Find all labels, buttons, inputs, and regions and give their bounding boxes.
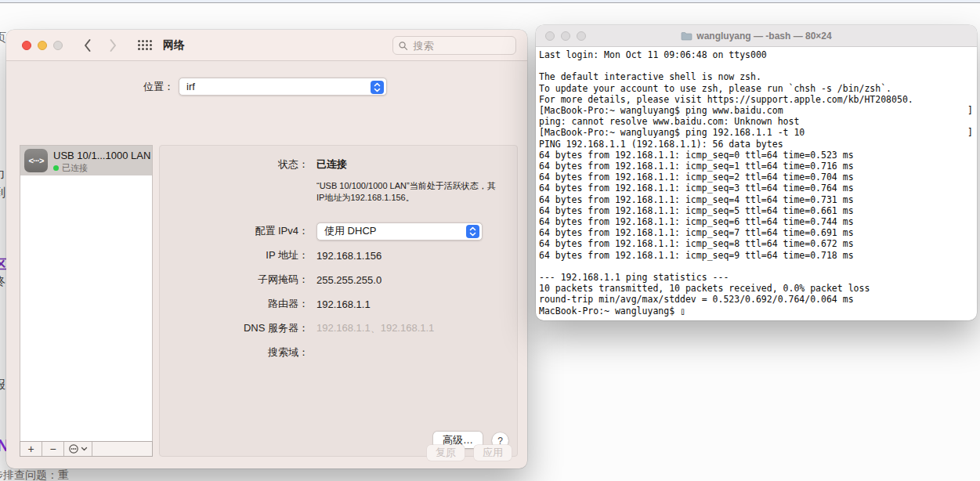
background-page-fragment: 到	[0, 186, 5, 198]
background-page-fragment: 终	[0, 275, 5, 287]
router-value: 192.168.1.1	[316, 298, 371, 310]
dns-server-label: DNS 服务器：	[160, 321, 309, 335]
chevron-left-icon	[83, 38, 92, 52]
location-select[interactable]: irf	[179, 78, 387, 96]
ip-address-value: 192.168.1.156	[316, 250, 382, 262]
status-value: 已连接	[316, 157, 347, 172]
terminal-output[interactable]: Last login: Mon Oct 11 09:06:48 on ttys0…	[536, 47, 977, 316]
location-select-value: irf	[186, 81, 195, 92]
traffic-lights	[545, 31, 586, 41]
network-preferences-window: 网络 位置： irf <···> USB 1	[6, 30, 527, 468]
show-all-grid-icon[interactable]	[138, 40, 152, 50]
close-button[interactable]	[22, 41, 31, 50]
revert-button[interactable]: 复原	[427, 445, 465, 461]
action-menu-icon	[68, 443, 89, 454]
chevron-right-icon	[109, 38, 118, 52]
network-body: 位置： irf <···> USB 10/1...1000 LAN 已连接	[6, 61, 527, 468]
dns-server-value: 192.168.1.1、192.168.1.1	[316, 321, 434, 335]
remove-service-button[interactable]: −	[42, 442, 64, 456]
background-page-fragment: 、	[0, 401, 5, 413]
search-domain-label: 搜索域：	[160, 345, 309, 360]
background-window-edge	[0, 0, 980, 3]
search-field[interactable]	[392, 36, 516, 55]
connected-dot-icon	[53, 165, 59, 171]
subnet-mask-value: 255.255.255.0	[316, 274, 382, 286]
desktop: 页力到区终报、N步排查问题：重 网络	[0, 0, 980, 481]
select-stepper-icon	[466, 225, 479, 238]
location-row: 位置： irf	[6, 78, 527, 96]
status-description: “USB 10/100/1000 LAN”当前处于活跃状态，其 IP地址为192…	[316, 180, 517, 204]
service-detail-panel: 状态： 已连接 “USB 10/100/1000 LAN”当前处于活跃状态，其 …	[159, 145, 518, 457]
apply-button[interactable]: 应用	[474, 445, 512, 461]
terminal-titlebar[interactable]: wangluyang — -bash — 80×24	[536, 25, 977, 47]
add-service-button[interactable]: +	[20, 442, 42, 456]
folder-proxy-icon	[681, 31, 693, 41]
usb-lan-icon: <···>	[24, 149, 48, 172]
traffic-lights	[22, 41, 63, 50]
background-page-fragment: 报	[0, 378, 5, 390]
service-name: USB 10/1...1000 LAN	[53, 150, 150, 161]
terminal-title: wangluyang — -bash — 80×24	[696, 31, 831, 42]
sidebar-toolbar: + −	[20, 441, 153, 457]
zoom-button[interactable]	[577, 31, 586, 41]
background-page-fragment: 力	[0, 168, 5, 179]
minimize-button[interactable]	[561, 31, 570, 41]
zoom-button	[53, 41, 63, 50]
background-page-fragment: 页	[0, 31, 6, 43]
minimize-button[interactable]	[38, 41, 47, 50]
service-action-menu-button[interactable]	[64, 442, 92, 456]
status-label: 状态：	[160, 157, 309, 172]
terminal-window: wangluyang — -bash — 80×24 Last login: M…	[536, 25, 977, 320]
background-page-fragment: 步排查问题：重	[0, 469, 69, 480]
router-label: 路由器：	[160, 297, 309, 311]
window-title: 网络	[163, 38, 185, 52]
service-status: 已连接	[62, 162, 88, 174]
search-input[interactable]	[411, 39, 510, 52]
network-titlebar[interactable]: 网络	[6, 30, 527, 61]
ipv4-config-label: 配置 IPv4：	[160, 224, 309, 238]
ipv4-config-select[interactable]: 使用 DHCP	[316, 222, 483, 240]
back-button[interactable]	[83, 38, 92, 52]
service-list-item[interactable]: <···> USB 10/1...1000 LAN 已连接	[20, 146, 152, 175]
ip-address-label: IP 地址：	[160, 248, 309, 262]
subnet-mask-label: 子网掩码：	[160, 273, 309, 287]
select-stepper-icon	[371, 81, 384, 94]
search-icon	[399, 41, 407, 51]
location-label: 位置：	[6, 80, 174, 94]
ipv4-config-value: 使用 DHCP	[324, 224, 376, 238]
services-sidebar: <···> USB 10/1...1000 LAN 已连接	[20, 145, 153, 441]
forward-button	[109, 38, 118, 52]
close-button[interactable]	[545, 31, 555, 41]
